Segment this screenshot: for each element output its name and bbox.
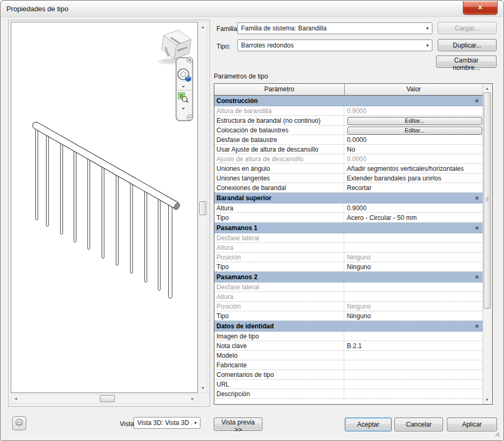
section-header-construccion[interactable]: Construcción» xyxy=(214,96,483,106)
preview-vscrollbar[interactable]: ▲ ▼ xyxy=(198,22,207,393)
param-row-estructura-de-barandal-no-continuo-: Estructura de barandal (no continuo)Edit… xyxy=(214,116,483,125)
table-scroll-down-button[interactable]: ▼ xyxy=(483,396,491,404)
param-name: Descripción xyxy=(214,389,344,398)
param-value[interactable]: Ninguno xyxy=(344,262,483,271)
scroll-right-button[interactable]: ► xyxy=(189,395,197,403)
collapse-chevron-icon[interactable]: » xyxy=(474,99,481,103)
title-bar[interactable]: Propiedades de tipo × xyxy=(1,1,503,17)
param-value[interactable]: No xyxy=(344,145,483,154)
param-name: Nota clave xyxy=(214,341,344,350)
cambiar-nombre-button[interactable]: Cambiar nombre... xyxy=(436,56,497,68)
param-value[interactable]: Recortar xyxy=(344,183,483,192)
navbar-close-icon xyxy=(187,57,192,62)
preview-3d-canvas[interactable]: SUPERIOR FRONTAL DERECHA xyxy=(11,22,198,393)
navigation-bar xyxy=(176,57,193,121)
param-value[interactable] xyxy=(344,351,483,360)
param-value: 0.9000 xyxy=(344,106,483,115)
param-value xyxy=(344,292,483,301)
section-header-datos-de-identidad[interactable]: Datos de identidad» xyxy=(214,321,483,332)
aplicar-button[interactable]: Aplicar xyxy=(447,418,497,431)
editar-button[interactable]: Editar... xyxy=(347,127,482,135)
familia-combobox[interactable]: Familia de sistema: Barandilla ▾ xyxy=(237,22,432,34)
cancelar-button[interactable]: Cancelar xyxy=(394,418,443,431)
tipo-combobox[interactable]: Barrotes redondos ▾ xyxy=(237,40,432,51)
param-value[interactable] xyxy=(344,360,483,369)
param-value[interactable]: 0.0000 xyxy=(344,135,483,144)
resize-grip[interactable] xyxy=(494,431,500,437)
param-value: Ninguno xyxy=(344,302,483,311)
collapse-chevron-icon[interactable]: » xyxy=(474,196,481,200)
close-icon: × xyxy=(478,3,483,12)
preview-hscrollbar[interactable]: ◄ ► xyxy=(11,394,198,403)
param-name: Estructura de barandal (no continuo) xyxy=(214,116,344,125)
param-value[interactable] xyxy=(344,380,483,389)
param-row-tipo: TipoAcero - Circular - 50 mm xyxy=(214,213,483,223)
param-value[interactable]: Extender barandales para unirlos xyxy=(344,174,483,183)
param-value[interactable] xyxy=(344,389,483,398)
param-name: Desfase lateral xyxy=(214,233,344,242)
param-row-url: URL xyxy=(214,380,483,389)
dialog-title: Propiedades de tipo xyxy=(6,5,68,13)
param-name: Modelo xyxy=(214,351,344,360)
param-row-desfase-lateral: Desfase lateral xyxy=(214,233,483,243)
parametros-de-tipo-label: Parámetros de tipo xyxy=(214,73,268,80)
param-value[interactable]: Editar... xyxy=(344,116,483,125)
param-row-descripcion: Descripción xyxy=(214,389,483,399)
vista-combobox[interactable]: Vista 3D: Vista 3D 1 ▾ xyxy=(134,417,200,429)
tipo-value: Barrotes redondos xyxy=(241,42,424,49)
scroll-down-button[interactable]: ▼ xyxy=(199,384,207,392)
duplicar-button[interactable]: Duplicar... xyxy=(438,39,497,51)
param-value[interactable] xyxy=(344,370,483,379)
cargar-button[interactable]: Cargar... xyxy=(438,22,497,34)
vscroll-thumb[interactable] xyxy=(199,201,206,215)
section-header-barandal-superior[interactable]: Barandal superior» xyxy=(214,193,483,203)
section-header-pasamanos-1[interactable]: Pasamanos 1» xyxy=(214,223,483,233)
section-header-pasamanos-2[interactable]: Pasamanos 2» xyxy=(214,272,483,282)
vista-previa-button[interactable]: Vista previa >> xyxy=(214,418,262,431)
editar-button[interactable]: Editar... xyxy=(347,117,482,125)
param-value xyxy=(344,282,483,292)
table-vscroll-thumb[interactable] xyxy=(484,92,491,309)
column-header-valor[interactable]: Valor xyxy=(345,84,483,95)
scroll-left-button[interactable]: ◄ xyxy=(12,395,20,403)
navigation-wheel-icon xyxy=(14,419,24,428)
param-name: Posición xyxy=(214,253,344,262)
param-value[interactable]: Ninguno xyxy=(344,311,483,320)
param-value: Ninguno xyxy=(344,253,483,262)
table-vscrollbar[interactable]: ▲ ▼ xyxy=(483,84,492,404)
tipo-label: Tipo: xyxy=(216,43,230,50)
collapse-chevron-icon[interactable]: » xyxy=(474,324,481,328)
param-name: Desfase de balaustre xyxy=(214,135,344,144)
collapse-chevron-icon[interactable]: » xyxy=(474,275,481,279)
param-name: Altura de barandilla xyxy=(214,106,344,115)
navigation-wheel-button[interactable] xyxy=(12,416,26,430)
aceptar-button[interactable]: Aceptar xyxy=(345,418,392,431)
hscroll-thumb[interactable] xyxy=(100,395,115,402)
chevron-down-icon: ▾ xyxy=(426,26,429,31)
param-name: Desfase lateral xyxy=(214,282,344,292)
param-value[interactable]: 0.9000 xyxy=(344,203,483,212)
table-scroll-up-button[interactable]: ▲ xyxy=(483,84,491,92)
top-rail xyxy=(32,121,181,210)
scroll-up-button[interactable]: ▲ xyxy=(199,23,207,31)
param-name: Posición xyxy=(214,302,344,311)
param-value[interactable]: Acero - Circular - 50 mm xyxy=(344,213,483,222)
table-body: Construcción»Altura de barandilla0.9000E… xyxy=(214,96,483,404)
param-row-desfase-lateral: Desfase lateral xyxy=(214,282,483,292)
param-value[interactable]: B.2.1 xyxy=(344,341,483,350)
param-value xyxy=(344,233,483,242)
param-name: Ajuste de altura de descansillo xyxy=(214,154,344,163)
close-button[interactable]: × xyxy=(463,1,498,15)
param-row-usar-ajuste-de-altura-de-descansillo: Usar Ajuste de altura de descansilloNo xyxy=(214,145,483,154)
column-header-parametro[interactable]: Parámetro xyxy=(214,84,345,95)
collapse-chevron-icon[interactable]: » xyxy=(474,226,481,230)
param-name: Fabricante xyxy=(214,360,344,369)
param-name: Uniones tangentes xyxy=(214,174,344,183)
section-title: Pasamanos 2 xyxy=(216,273,475,281)
param-value[interactable]: Añadir segmentos verticales/horizontales xyxy=(344,164,483,173)
param-name: Uniones en ángulo xyxy=(214,164,344,173)
param-value[interactable] xyxy=(344,332,483,341)
param-row-posicion: PosiciónNinguno xyxy=(214,302,483,311)
param-value[interactable]: Editar... xyxy=(344,125,483,135)
param-row-fabricante: Fabricante xyxy=(214,360,483,370)
